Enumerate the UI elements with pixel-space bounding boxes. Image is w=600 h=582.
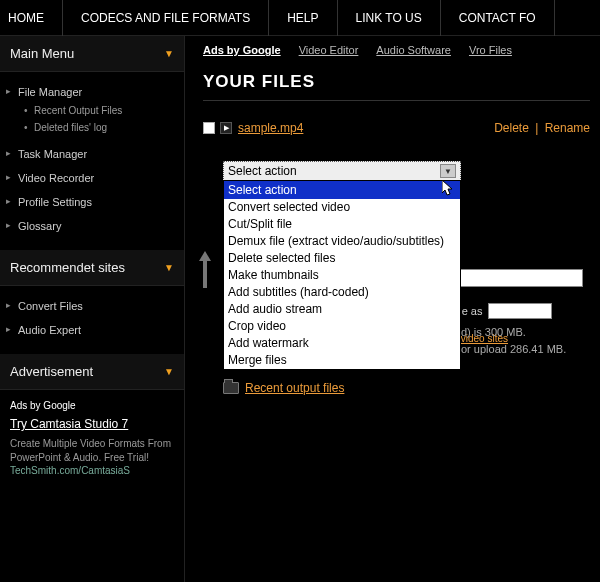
chevron-down-icon: ▼ — [164, 262, 174, 273]
sidebar-item-video-recorder[interactable]: Video Recorder — [0, 166, 184, 190]
action-select-value: Select action — [228, 164, 297, 178]
nav-codecs[interactable]: CODECS AND FILE FORMATS — [63, 0, 269, 36]
ads-by-google-lead[interactable]: Ads by Google — [203, 44, 281, 56]
sidebar-item-task-manager[interactable]: Task Manager — [0, 142, 184, 166]
ad-text: Create Multiple Video Formats From Power… — [10, 437, 174, 465]
option-cut-split[interactable]: Cut/Split file — [224, 216, 460, 233]
option-merge-files[interactable]: Merge files — [224, 352, 460, 369]
action-select[interactable]: Select action — [223, 161, 461, 181]
chevron-down-icon: ▼ — [164, 48, 174, 59]
option-demux[interactable]: Demux file (extract video/audio/subtitle… — [224, 233, 460, 250]
cursor-icon — [442, 182, 456, 198]
option-delete-files[interactable]: Delete selected files — [224, 250, 460, 267]
info-text-partial: d) is 300 MB. or upload 286.41 MB. — [461, 324, 600, 357]
ad-link-vro-files[interactable]: Vro Files — [469, 44, 512, 56]
rec-item-audio-expert[interactable]: Audio Expert — [0, 318, 184, 342]
nav-help[interactable]: HELP — [269, 0, 337, 36]
ad-link-video-editor[interactable]: Video Editor — [299, 44, 359, 56]
option-select-action[interactable]: Select action — [224, 181, 460, 199]
option-add-subtitles[interactable]: Add subtitles (hard-coded) — [224, 284, 460, 301]
advertisement-title: Advertisement — [10, 364, 93, 379]
sidebar-item-file-manager[interactable]: File Manager Recent Output Files Deleted… — [0, 80, 184, 142]
chevron-down-icon: ▼ — [164, 366, 174, 377]
sidebar-sub-recent-output[interactable]: Recent Output Files — [34, 102, 184, 119]
sidebar-item-label: File Manager — [18, 86, 82, 98]
rec-item-convert-files[interactable]: Convert Files — [0, 294, 184, 318]
recommended-header[interactable]: Recommendet sites ▼ — [0, 250, 184, 286]
main-menu-header[interactable]: Main Menu ▼ — [0, 36, 184, 72]
ad-link-audio-software[interactable]: Audio Software — [376, 44, 451, 56]
nav-link-to-us[interactable]: LINK TO US — [338, 0, 441, 36]
side-ad: Ads by Google Try Camtasia Studio 7 Crea… — [0, 390, 184, 582]
recent-output-files-link[interactable]: Recent output files — [245, 381, 344, 395]
delete-link[interactable]: Delete — [494, 121, 529, 135]
dropdown-arrow-icon[interactable] — [440, 164, 456, 178]
file-name-link[interactable]: sample.mp4 — [238, 121, 303, 135]
option-make-thumbnails[interactable]: Make thumbnails — [224, 267, 460, 284]
file-checkbox[interactable] — [203, 122, 215, 134]
sidebar-item-profile-settings[interactable]: Profile Settings — [0, 190, 184, 214]
main-menu-title: Main Menu — [10, 46, 74, 61]
advertisement-header[interactable]: Advertisement ▼ — [0, 354, 184, 390]
ad-url[interactable]: TechSmith.com/CamtasiaS — [10, 465, 130, 476]
ad-title-link[interactable]: Try Camtasia Studio 7 — [10, 417, 174, 433]
folder-icon[interactable] — [223, 382, 239, 394]
separator: | — [535, 121, 538, 135]
nav-home[interactable]: HOME — [0, 0, 63, 36]
option-add-watermark[interactable]: Add watermark — [224, 335, 460, 352]
page-title: YOUR FILES — [203, 72, 590, 101]
option-crop-video[interactable]: Crop video — [224, 318, 460, 335]
ads-by-google-label: Ads by Google — [10, 400, 174, 411]
action-dropdown[interactable]: Select action Convert selected video Cut… — [223, 180, 461, 370]
nav-contact[interactable]: CONTACT FO — [441, 0, 555, 36]
option-add-audio[interactable]: Add audio stream — [224, 301, 460, 318]
rename-link[interactable]: Rename — [545, 121, 590, 135]
recommended-title: Recommendet sites — [10, 260, 125, 275]
option-convert-video[interactable]: Convert selected video — [224, 199, 460, 216]
arrow-up-icon — [199, 251, 211, 291]
rename-input[interactable] — [488, 303, 552, 319]
option-label: Select action — [228, 183, 297, 198]
play-icon[interactable] — [220, 122, 232, 134]
sidebar-item-glossary[interactable]: Glossary — [0, 214, 184, 238]
sidebar-sub-deleted-log[interactable]: Deleted files' log — [34, 119, 184, 136]
